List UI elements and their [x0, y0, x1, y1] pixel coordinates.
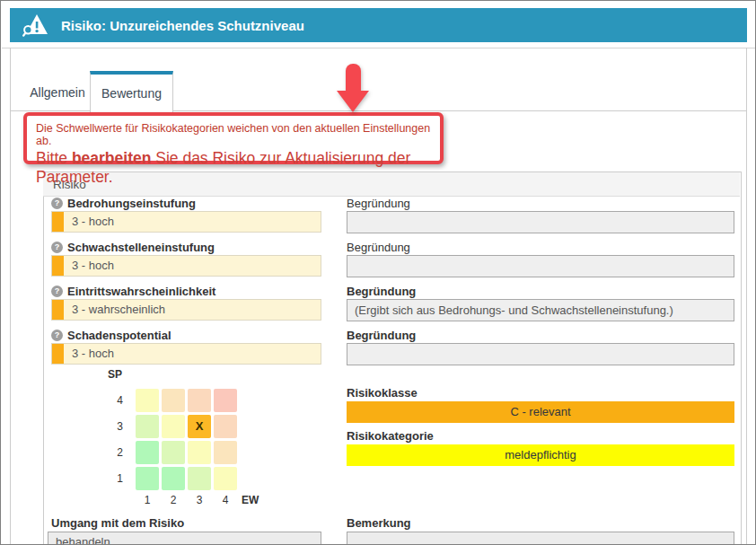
- rating-value: 3 - wahrscheinlich: [72, 300, 165, 320]
- matrix-cell: [214, 389, 237, 412]
- risk-category-value: meldepflichtig: [347, 444, 734, 466]
- field-label-text: Schadenspotential: [67, 329, 171, 342]
- rating-color-chip: [52, 344, 64, 364]
- matrix-cell: [162, 389, 185, 412]
- rating-select-bedrohungseinstufung[interactable]: 3 - hoch: [51, 211, 321, 233]
- rating-value: 3 - hoch: [72, 212, 114, 232]
- field-label-schwachstelleneinstufung: ? Schwachstelleneinstufung: [51, 240, 215, 254]
- matrix-cell: [162, 467, 185, 490]
- matrix-row-labels: 4321: [107, 389, 123, 493]
- matrix-cell: [188, 467, 211, 490]
- help-icon[interactable]: ?: [51, 242, 63, 253]
- treatment-select[interactable]: behandeln: [48, 532, 321, 545]
- matrix-row-label: 2: [107, 441, 123, 464]
- warning-line2: Bitte bearbeiten Sie das Risiko zur Aktu…: [36, 149, 431, 187]
- matrix-cell: [162, 441, 185, 464]
- matrix-row-label: 1: [107, 467, 123, 490]
- reason-input-4[interactable]: [347, 343, 734, 365]
- rating-color-chip: [52, 256, 64, 276]
- help-icon[interactable]: ?: [51, 330, 63, 341]
- reason-input-2[interactable]: [347, 255, 734, 277]
- rating-value: 3 - hoch: [72, 344, 114, 364]
- field-label-text: Eintrittswahrscheinlichkeit: [67, 285, 215, 298]
- field-label-text: Schwachstelleneinstufung: [67, 241, 215, 254]
- matrix-col-label: 3: [188, 494, 211, 506]
- risk-class-label: Risikoklasse: [347, 386, 418, 400]
- warning-line1: Die Schwellwerte für Risikokategorien we…: [36, 122, 431, 147]
- help-icon[interactable]: ?: [51, 286, 63, 297]
- risk-warning-magnifier-icon: [22, 13, 48, 37]
- field-label-text: Bedrohungseinstufung: [67, 197, 196, 210]
- remark-label: Bemerkung: [347, 516, 411, 530]
- window-title: Risiko: Unzureichendes Schutzniveau: [61, 18, 304, 33]
- risk-matrix-grid: X: [136, 389, 237, 490]
- matrix-col-label: 1: [136, 494, 159, 506]
- treatment-label: Umgang mit dem Risiko: [51, 516, 184, 530]
- rating-select-schwachstelleneinstufung[interactable]: 3 - hoch: [51, 255, 321, 277]
- reason-input-1[interactable]: [347, 211, 734, 233]
- warning-line2-prefix: Bitte: [36, 149, 72, 167]
- window-titlebar: Risiko: Unzureichendes Schutzniveau: [10, 8, 747, 42]
- tab-allgemein[interactable]: Allgemein: [25, 71, 90, 110]
- matrix-cell: [136, 467, 159, 490]
- matrix-cell: [188, 389, 211, 412]
- reason-label-1: Begründung: [347, 197, 410, 210]
- matrix-cell: [162, 415, 185, 438]
- matrix-cell-selected: X: [188, 415, 211, 438]
- matrix-cell: [188, 441, 211, 464]
- rating-value: 3 - hoch: [72, 256, 114, 276]
- matrix-col-label: 4: [214, 494, 237, 506]
- field-label-eintrittswahrscheinlichkeit: ? Eintrittswahrscheinlichkeit: [51, 284, 215, 298]
- matrix-cell: [214, 467, 237, 490]
- rating-select-eintrittswahrscheinlichkeit[interactable]: 3 - wahrscheinlich: [51, 299, 321, 321]
- rating-select-schadenspotential[interactable]: 3 - hoch: [51, 343, 321, 365]
- risk-editor-window: Risiko: Unzureichendes Schutzniveau Allg…: [0, 0, 756, 545]
- matrix-row-label: 4: [107, 389, 123, 412]
- matrix-cell: [136, 389, 159, 412]
- help-icon[interactable]: ?: [51, 198, 63, 209]
- rating-color-chip: [52, 300, 64, 320]
- risk-category-label: Risikokategorie: [347, 429, 434, 443]
- matrix-cell: [214, 441, 237, 464]
- reason-input-3[interactable]: (Ergibt sich aus Bedrohungs- und Schwach…: [347, 299, 734, 321]
- matrix-cell: [136, 415, 159, 438]
- matrix-cell: [136, 441, 159, 464]
- matrix-cell: [214, 415, 237, 438]
- matrix-x-axis-label: EW: [242, 494, 259, 506]
- reason-label-3: Begründung: [347, 285, 416, 298]
- rating-color-chip: [52, 212, 64, 232]
- matrix-row-label: 3: [107, 415, 123, 438]
- field-label-schadenspotential: ? Schadenspotential: [51, 328, 171, 342]
- reason-label-2: Begründung: [347, 241, 410, 254]
- matrix-y-axis-label: SP: [108, 368, 122, 381]
- annotation-warning-box: Die Schwellwerte für Risikokategorien we…: [23, 112, 444, 164]
- field-label-bedrohungseinstufung: ? Bedrohungseinstufung: [51, 196, 196, 210]
- remark-input[interactable]: [347, 532, 734, 545]
- risk-class-value: C - relevant: [347, 401, 734, 423]
- matrix-col-labels: 1234: [136, 494, 240, 506]
- reason-label-4: Begründung: [347, 329, 416, 342]
- warning-line2-bold: bearbeiten: [72, 149, 152, 167]
- matrix-col-label: 2: [162, 494, 185, 506]
